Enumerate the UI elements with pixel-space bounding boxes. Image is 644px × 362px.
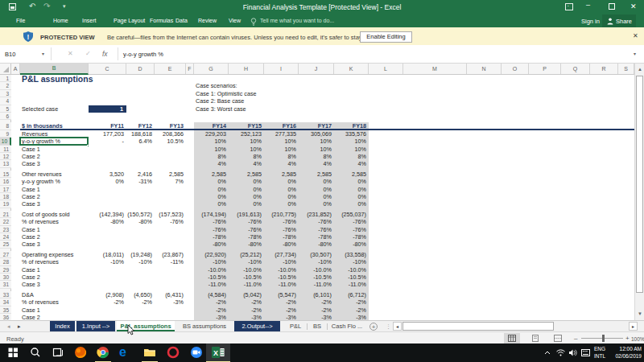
- cell[interactable]: -78%: [334, 233, 366, 241]
- cell[interactable]: -76%: [334, 226, 366, 233]
- cell[interactable]: 0%: [229, 193, 262, 200]
- cell[interactable]: Selected case: [22, 105, 58, 113]
- cell[interactable]: 4%: [194, 160, 226, 167]
- cell[interactable]: 0%: [264, 178, 296, 185]
- scroll-up-icon[interactable]: ▲: [638, 67, 642, 72]
- cell[interactable]: (30,507): [299, 251, 332, 258]
- cell[interactable]: -10.0%: [229, 266, 262, 274]
- hscroll-left-icon[interactable]: ◂: [393, 322, 402, 331]
- cell[interactable]: Case 1: [22, 226, 40, 233]
- cell[interactable]: 188,618: [126, 130, 152, 138]
- hscroll-right-icon[interactable]: ▸: [629, 322, 638, 331]
- view-page-break-icon[interactable]: [554, 335, 562, 342]
- cell[interactable]: -11.0%: [194, 281, 226, 288]
- row-header-2[interactable]: 2: [0, 82, 11, 89]
- row-header-27[interactable]: 27: [0, 251, 11, 258]
- zoom-in-icon[interactable]: +: [625, 335, 630, 342]
- cell[interactable]: 10%: [264, 138, 296, 145]
- minimize-button[interactable]: –: [586, 1, 590, 9]
- vscroll-thumb[interactable]: [636, 76, 643, 293]
- cell[interactable]: -3%: [229, 314, 262, 320]
- cell[interactable]: -76%: [264, 218, 296, 225]
- cell[interactable]: -80%: [229, 241, 262, 248]
- cell[interactable]: -11%: [155, 258, 184, 265]
- cell[interactable]: (6,101): [299, 291, 332, 298]
- sheet-tab-bs-assumptions[interactable]: BS assumptions: [178, 321, 231, 331]
- cell[interactable]: (25,212): [229, 251, 262, 258]
- cell[interactable]: 0%: [264, 186, 296, 193]
- cell[interactable]: 208,366: [155, 130, 184, 138]
- cell[interactable]: 0%: [334, 178, 366, 185]
- cell[interactable]: -10%: [299, 258, 332, 265]
- cell[interactable]: -2%: [126, 298, 152, 306]
- new-sheet-button[interactable]: +: [369, 323, 378, 331]
- column-header-G[interactable]: G: [194, 64, 229, 74]
- tab-page-layout[interactable]: Page Layout: [114, 18, 145, 23]
- task-view-icon[interactable]: [52, 346, 64, 359]
- tab-home[interactable]: Home: [53, 18, 68, 23]
- row-header-21[interactable]: 21: [0, 211, 11, 218]
- name-box[interactable]: B10: [5, 51, 15, 58]
- zoom-app-icon[interactable]: [190, 346, 203, 359]
- cell[interactable]: Case 2: Base case: [196, 97, 244, 105]
- cell[interactable]: 0%: [334, 193, 366, 200]
- tray-lang-top[interactable]: ENG: [594, 346, 605, 352]
- cell[interactable]: 8%: [264, 153, 296, 160]
- file-explorer-icon[interactable]: [143, 346, 156, 359]
- cell[interactable]: 335,576: [334, 130, 366, 138]
- cell[interactable]: 0%: [299, 178, 332, 185]
- cell[interactable]: 0%: [264, 200, 296, 208]
- cell[interactable]: FY16: [264, 122, 296, 130]
- cell[interactable]: 2,585: [264, 171, 296, 178]
- cell[interactable]: -11.0%: [299, 281, 332, 288]
- cell[interactable]: Operating expenses: [22, 251, 73, 258]
- cell[interactable]: (6,712): [334, 291, 366, 298]
- cell[interactable]: -10.0%: [334, 266, 366, 274]
- cell[interactable]: 2,585: [155, 171, 184, 178]
- row-header-13[interactable]: 13: [0, 160, 11, 167]
- row-header-12[interactable]: 12: [0, 153, 11, 160]
- cell[interactable]: -80%: [264, 241, 296, 248]
- cell[interactable]: (174,194): [194, 211, 226, 218]
- touch-keyboard-icon[interactable]: [581, 349, 590, 356]
- row-header-28[interactable]: 28: [0, 258, 11, 265]
- cell[interactable]: -10.0%: [194, 266, 226, 274]
- cell[interactable]: 3,520: [89, 171, 124, 178]
- cell[interactable]: 0%: [229, 200, 262, 208]
- cell[interactable]: Case 3: [22, 160, 40, 167]
- row-header-25[interactable]: 25: [0, 241, 11, 248]
- column-header-S[interactable]: S: [618, 64, 634, 74]
- cell[interactable]: y-o-y growth %: [22, 178, 60, 185]
- zoom-level[interactable]: 100%: [631, 336, 644, 342]
- firefox-icon[interactable]: [74, 346, 87, 359]
- cell[interactable]: FY17: [299, 122, 332, 130]
- column-header-J[interactable]: J: [299, 64, 334, 74]
- tray-time[interactable]: 12:00 AM: [610, 346, 642, 352]
- tab-formulas[interactable]: Formulas: [150, 18, 173, 23]
- cell[interactable]: 0%: [194, 186, 226, 193]
- column-header-C[interactable]: C: [89, 64, 126, 74]
- cell[interactable]: -10%: [194, 258, 226, 265]
- cell[interactable]: -10%: [126, 258, 152, 265]
- cell[interactable]: -3%: [155, 298, 184, 306]
- row-header-4[interactable]: 4: [0, 97, 11, 105]
- column-header-N[interactable]: N: [467, 64, 502, 74]
- cell[interactable]: 0%: [299, 186, 332, 193]
- cell[interactable]: 0%: [299, 200, 332, 208]
- close-button[interactable]: ✕: [630, 2, 637, 10]
- cell[interactable]: Case 3: [22, 241, 40, 248]
- cell[interactable]: Other revenues: [22, 171, 62, 178]
- excel-icon[interactable]: X: [212, 346, 225, 359]
- speaker-icon[interactable]: [569, 349, 577, 356]
- row-header-9[interactable]: 9: [0, 130, 11, 138]
- cell[interactable]: 0%: [229, 178, 262, 185]
- cell[interactable]: Case 1: [22, 146, 40, 153]
- cell[interactable]: -10.5%: [334, 274, 366, 281]
- cell[interactable]: 10%: [194, 146, 226, 153]
- tell-me-box[interactable]: Tell me what you want to do...: [260, 18, 334, 23]
- cell[interactable]: 177,203: [89, 130, 124, 138]
- cell[interactable]: 4%: [299, 160, 332, 167]
- cell[interactable]: (191,613): [229, 211, 262, 218]
- row-header-30[interactable]: 30: [0, 274, 11, 281]
- cell[interactable]: 10%: [194, 138, 226, 145]
